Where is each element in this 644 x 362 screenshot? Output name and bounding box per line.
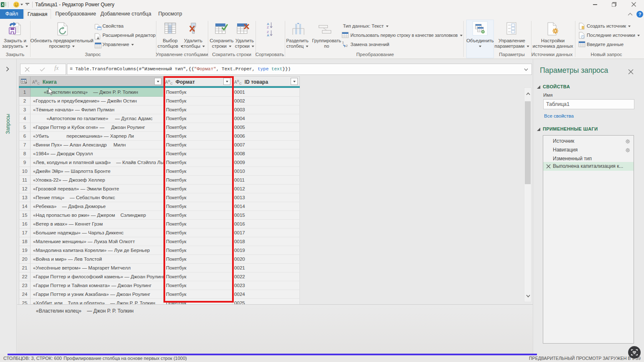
svg-text:1: 1 — [342, 41, 344, 44]
svg-text:X: X — [2, 3, 4, 7]
svg-text:2: 2 — [346, 44, 348, 47]
svg-text:A: A — [267, 33, 269, 37]
svg-text:Z: Z — [267, 26, 269, 29]
